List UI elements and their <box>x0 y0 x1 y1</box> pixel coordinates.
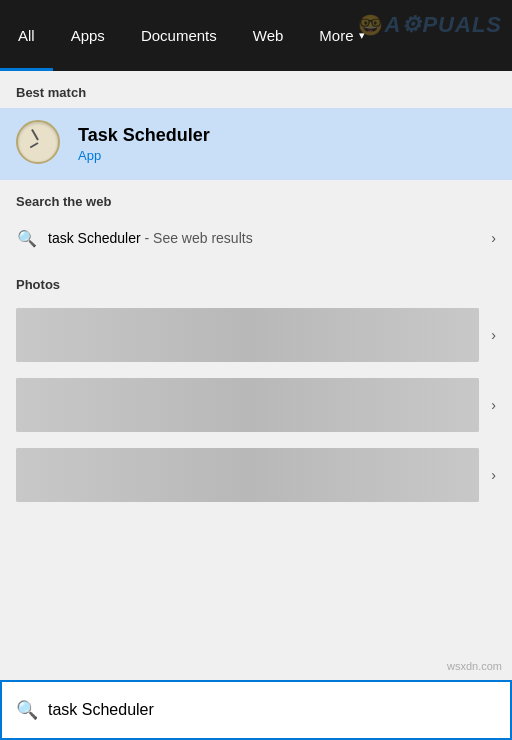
task-scheduler-icon <box>16 120 64 168</box>
appuals-logo-text: A⚙PUALS <box>385 12 502 38</box>
chevron-right-icon-3: › <box>491 467 496 483</box>
web-search-item[interactable]: 🔍 task Scheduler - See web results › <box>0 217 512 259</box>
best-match-label: Best match <box>0 71 512 108</box>
search-icon-bottom: 🔍 <box>16 699 38 721</box>
photo-thumb-2 <box>16 378 479 432</box>
photos-section: Photos › › › <box>0 263 512 510</box>
clock-face <box>16 120 60 164</box>
nav-item-documents[interactable]: Documents <box>123 0 235 71</box>
chevron-right-icon: › <box>491 230 496 246</box>
nav-label-web: Web <box>253 27 284 44</box>
nav-label-documents: Documents <box>141 27 217 44</box>
main-content: Best match Task Scheduler App Search the… <box>0 71 512 510</box>
photo-item-1[interactable]: › <box>0 300 512 370</box>
web-search-text: task Scheduler - See web results <box>48 230 491 246</box>
site-watermark: wsxdn.com <box>447 660 502 672</box>
photo-item-2[interactable]: › <box>0 370 512 440</box>
app-type: App <box>78 148 210 163</box>
photo-thumb-1 <box>16 308 479 362</box>
photo-thumb-3 <box>16 448 479 502</box>
app-info: Task Scheduler App <box>78 125 210 163</box>
web-search-label: Search the web <box>0 180 512 217</box>
nav-item-web[interactable]: Web <box>235 0 302 71</box>
nav-item-apps[interactable]: Apps <box>53 0 123 71</box>
nav-label-all: All <box>18 27 35 44</box>
web-search-query: task Scheduler <box>48 230 141 246</box>
search-input-display[interactable]: task Scheduler <box>48 701 496 719</box>
search-icon: 🔍 <box>16 227 38 249</box>
nav-label-apps: Apps <box>71 27 105 44</box>
photos-label: Photos <box>0 263 512 300</box>
best-match-item[interactable]: Task Scheduler App <box>0 108 512 180</box>
app-name: Task Scheduler <box>78 125 210 146</box>
nav-label-more: More <box>319 27 353 44</box>
appuals-logo: 🤓 A⚙PUALS <box>358 12 502 38</box>
chevron-right-icon-1: › <box>491 327 496 343</box>
search-bar: 🔍 task Scheduler <box>0 680 512 740</box>
see-results-text: - See web results <box>141 230 253 246</box>
photo-item-3[interactable]: › <box>0 440 512 510</box>
nav-bar: All Apps Documents Web More ▾ 🤓 A⚙PUALS <box>0 0 512 71</box>
nav-item-all[interactable]: All <box>0 0 53 71</box>
chevron-right-icon-2: › <box>491 397 496 413</box>
